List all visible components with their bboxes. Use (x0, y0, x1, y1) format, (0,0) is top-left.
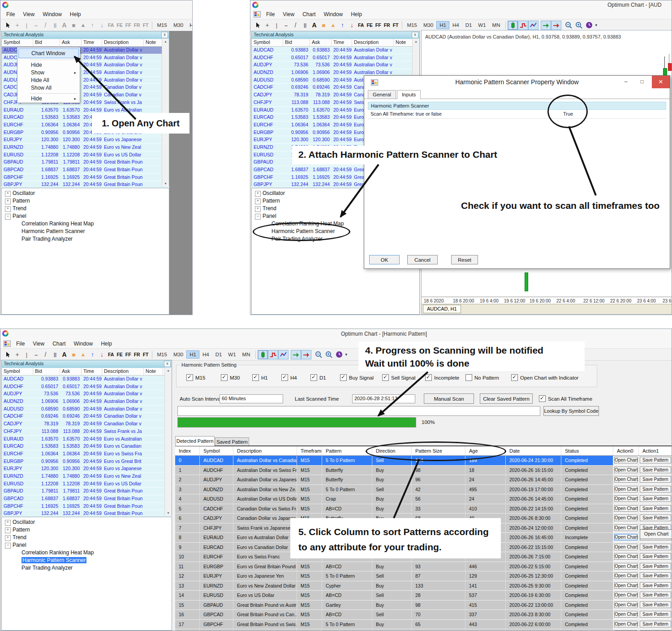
menu-file[interactable]: File (262, 11, 279, 17)
timeframe-m30-button[interactable]: M30 (170, 350, 186, 359)
menu-help[interactable]: Help (97, 341, 116, 347)
tree-item-pattern[interactable]: +Pattern (2, 527, 172, 534)
save-pattern-button[interactable]: Save Pattern (640, 457, 671, 463)
fib-tool-fe[interactable]: FE (115, 352, 124, 357)
fib-tool-ff[interactable]: FF (374, 23, 383, 28)
filter-checkbox-incomplete[interactable]: Incomplete (425, 374, 459, 381)
fib-tool-fe[interactable]: FE (365, 23, 374, 28)
symbol-row[interactable]: AUDCAD0.938830.9388320:44:59Australian D… (2, 376, 172, 383)
symbol-row[interactable]: EURUSD1.122081.1220820:44:59Euro vs US D… (2, 151, 169, 159)
symbol-row[interactable]: GBPCHF1.169251.1692520:44:59Great Britai… (2, 174, 169, 182)
expand-icon[interactable]: + (5, 535, 11, 541)
fib-tool-fa[interactable]: FA (357, 23, 365, 28)
menu-file[interactable]: File (2, 11, 19, 17)
column-header-time[interactable]: Time (82, 39, 102, 46)
column-header-ask[interactable]: Ask (60, 39, 82, 46)
collapse-icon[interactable]: − (5, 543, 11, 549)
pattern-row[interactable]: 4AUDUSDAustralian Dollar vs US DollarM15… (175, 494, 672, 504)
menu-item-hide-2[interactable]: Hide ▸ (17, 95, 80, 103)
zoom-in-button[interactable] (324, 350, 334, 359)
column-header-time[interactable]: Time (332, 39, 352, 46)
symbol-row[interactable]: AUDNZD1.069061.0690620:44:59Australian D… (2, 398, 172, 406)
fib-tool-ft[interactable]: FT (142, 23, 150, 28)
auto-scan-interval-input[interactable]: 60 Minutes (220, 394, 283, 403)
trend-line-tool-button[interactable]: / (41, 21, 50, 30)
triangle-tool-button[interactable]: ▲ (78, 350, 88, 359)
titlebar[interactable]: Optimum Chart - [AUD (250, 0, 672, 9)
column-header-ask[interactable]: Ask (310, 39, 332, 46)
sell-marker-button[interactable] (551, 21, 561, 30)
symbol-row[interactable]: EURJPY120.300120.30020:44:59Euro vs Japa… (2, 465, 172, 473)
open-chart-floating-button[interactable]: Open Chart (640, 529, 672, 539)
scroll-down-icon[interactable]: ▾ (162, 182, 169, 186)
close-icon[interactable]: x (161, 32, 168, 38)
menu-chart[interactable]: Chart (48, 341, 69, 347)
timeframe-h4-button[interactable]: H4 (199, 350, 212, 359)
timeframe-mn-button[interactable]: MN (239, 350, 254, 359)
arrow-up-tool-button[interactable]: ↑ (88, 21, 97, 30)
scrollbar[interactable]: ▴▾ (162, 39, 169, 186)
checkbox-box[interactable] (511, 374, 518, 381)
menu-view[interactable]: View (29, 341, 48, 347)
zoom-in-button[interactable] (574, 21, 584, 30)
symbol-row[interactable]: CADCHF0.692460.6924620:44:59Canadian Dol… (2, 413, 172, 420)
fib-tool-fa[interactable]: FA (107, 23, 115, 28)
pattern-row[interactable]: 17GBPCHFGreat Britain Pound vs Swis...M1… (175, 620, 672, 630)
menu-help[interactable]: Help (66, 11, 85, 17)
expand-icon[interactable]: + (5, 199, 11, 204)
open-chart-button[interactable]: Open Chart (614, 505, 638, 512)
timeframe-m30-button[interactable]: M30 (420, 21, 436, 29)
save-pattern-button[interactable]: Save Pattern (640, 495, 671, 502)
checkbox-box[interactable] (465, 374, 472, 381)
close-icon[interactable]: x (164, 361, 171, 367)
open-chart-button[interactable]: Open Chart (614, 534, 638, 540)
scroll-up-icon[interactable]: ▴ (165, 368, 172, 372)
save-pattern-button[interactable]: Save Pattern (640, 505, 671, 512)
parallel-lines-tool-button[interactable]: ||| (300, 21, 310, 30)
fib-tool-ft[interactable]: FT (142, 352, 150, 357)
arrow-down-tool-button[interactable]: ↓ (97, 350, 107, 359)
tab-detected-pattern[interactable]: Detected Pattern (175, 436, 215, 446)
open-chart-button[interactable]: Open Chart (614, 572, 638, 579)
tree-item-oscillator[interactable]: +Oscillator (2, 190, 169, 198)
tree-item-trend[interactable]: +Trend (2, 534, 172, 542)
buy-marker-button[interactable] (291, 350, 301, 359)
pattern-row[interactable]: 16GBPCADGreat Britain Pound vs Can...M15… (175, 610, 672, 620)
cursor-tool-button[interactable] (253, 21, 263, 30)
open-chart-button[interactable]: Open Chart (614, 514, 638, 521)
dropdown-caret-icon[interactable]: ▾ (345, 353, 348, 357)
open-chart-button[interactable]: Open Chart (614, 553, 638, 560)
symbol-filter-input[interactable] (177, 406, 540, 416)
symbol-row[interactable]: EURNZD1.748801.7488020:44:59Euro vs New … (2, 473, 172, 480)
text-tool-button[interactable]: A (310, 21, 319, 30)
symbol-row[interactable]: EURJPY120.300120.30020:44:59Euro vs Japa… (2, 136, 169, 144)
cancel-button[interactable]: Cancel (407, 255, 438, 264)
reset-button[interactable]: Reset (451, 255, 478, 264)
history-clock-button[interactable] (584, 21, 594, 30)
fib-tool-fr[interactable]: FR (133, 352, 142, 357)
triangle-tool-button[interactable]: ▲ (328, 21, 338, 30)
manual-scan-button[interactable]: Manual Scan (424, 393, 474, 404)
expand-icon[interactable]: + (5, 527, 11, 533)
menu-window[interactable]: Window (319, 11, 347, 17)
save-pattern-button[interactable]: Save Pattern (640, 553, 671, 560)
expand-icon[interactable]: + (255, 191, 261, 197)
timeframe-w1-button[interactable]: W1 (225, 350, 239, 359)
rectangle-tool-button[interactable]: ■ (69, 350, 78, 359)
tree-item-pair-trading-analyzer[interactable]: Pair Trading Analyzer (2, 236, 169, 243)
pattern-row[interactable]: 2AUDJPYAustralian Dollar vs Japanes...M1… (175, 475, 672, 485)
menu-chart[interactable]: Chart (298, 11, 319, 17)
menu-item-hide-all[interactable]: Hide All (17, 77, 80, 84)
tree-item-panel[interactable]: −Panel (2, 213, 169, 220)
filter-checkbox-no-pattern[interactable]: No Pattern (465, 374, 499, 381)
column-header-description[interactable]: Description (102, 39, 144, 46)
save-pattern-button[interactable]: Save Pattern (640, 476, 671, 483)
column-header-pattern[interactable]: Pattern (322, 446, 372, 455)
menu-view[interactable]: View (279, 11, 298, 17)
crosshair-tool-button[interactable]: + (13, 350, 22, 359)
open-chart-button[interactable]: Open Chart (614, 563, 638, 570)
column-header-action0[interactable]: Action0 (613, 446, 639, 455)
expand-icon[interactable]: + (5, 520, 11, 526)
pattern-row[interactable]: 1AUDCHFAustralian Dollar vs Swiss Fr...M… (175, 466, 672, 475)
line-chart-button[interactable] (528, 21, 538, 30)
